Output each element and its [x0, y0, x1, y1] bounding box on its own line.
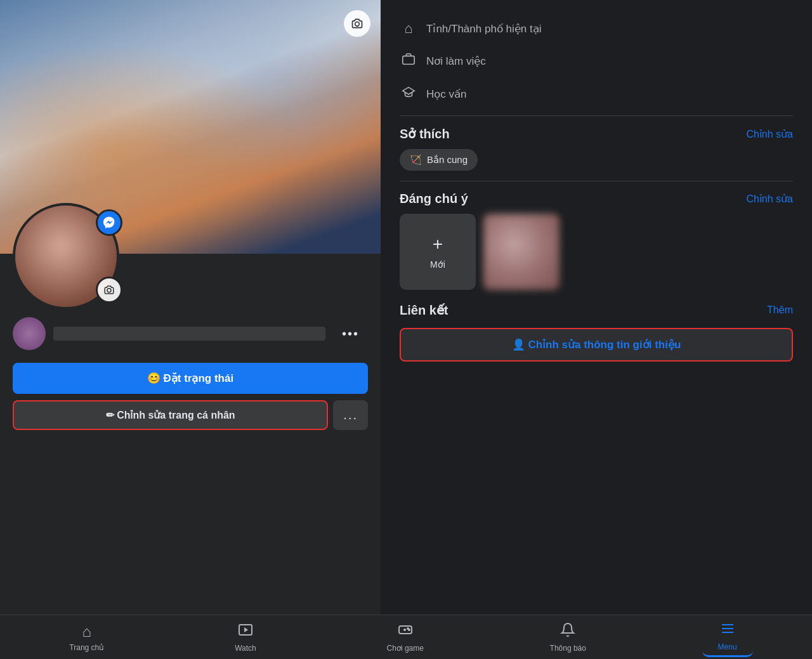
notable-grid: + Mới — [400, 214, 793, 290]
notable-title: Đáng chú ý — [400, 192, 468, 206]
nav-item-game[interactable]: Chơi game — [377, 618, 434, 656]
nav-item-home[interactable]: ⌂ Trang chủ — [59, 619, 114, 656]
notable-edit-button[interactable]: Chỉnh sửa — [746, 193, 793, 205]
svg-point-9 — [409, 629, 410, 630]
notable-photo-card — [483, 214, 560, 290]
link-add-button[interactable]: Thêm — [767, 304, 793, 316]
divider-1 — [400, 115, 793, 116]
hobbies-edit-button[interactable]: Chỉnh sửa — [746, 128, 793, 140]
education-item: Học vấn — [400, 77, 793, 110]
edit-row: ✏ Chỉnh sửa trang cá nhân ... — [13, 400, 368, 430]
right-panel: ⌂ Tỉnh/Thành phố hiện tại Nơi làm việc H… — [381, 0, 812, 615]
graduation-icon — [400, 85, 417, 103]
more-button[interactable]: ... — [333, 400, 368, 430]
archery-icon: 🏹 — [410, 154, 422, 166]
svg-rect-2 — [403, 56, 414, 64]
avatar-section — [0, 203, 381, 310]
notifications-nav-icon — [560, 622, 575, 641]
notable-section-header: Đáng chú ý Chỉnh sửa — [400, 192, 793, 206]
briefcase-icon — [400, 52, 417, 70]
divider-2 — [400, 181, 793, 181]
location-item: ⌂ Tỉnh/Thành phố hiện tại — [400, 13, 793, 44]
set-status-button[interactable]: 😊 Đặt trạng thái — [13, 363, 368, 394]
messenger-icon — [102, 216, 116, 230]
education-label: Học vấn — [426, 88, 466, 101]
game-nav-label: Chơi game — [387, 644, 424, 653]
camera-icon — [351, 17, 363, 30]
left-panel: ••• 😊 Đặt trạng thái ✏ Chỉnh sửa trang c… — [0, 0, 381, 615]
avatar-wrapper — [13, 203, 119, 310]
user-avatar-small — [13, 317, 46, 350]
menu-nav-icon — [720, 621, 735, 640]
menu-nav-label: Menu — [718, 643, 737, 651]
notable-add-label: Mới — [430, 259, 445, 270]
messenger-icon-button[interactable] — [96, 209, 122, 236]
bottom-nav: ⌂ Trang chủ Watch Chơi game — [0, 615, 812, 659]
link-title: Liên kết — [400, 303, 448, 318]
plus-icon: + — [433, 234, 443, 254]
hobbies-section-header: Sở thích Chỉnh sửa — [400, 126, 793, 141]
svg-point-1 — [107, 289, 111, 292]
notable-add-card[interactable]: + Mới — [400, 214, 476, 290]
nav-item-notifications[interactable]: Thông báo — [540, 618, 596, 656]
location-label: Tỉnh/Thành phố hiện tại — [426, 22, 541, 36]
action-buttons: 😊 Đặt trạng thái ✏ Chỉnh sửa trang cá nh… — [0, 358, 381, 440]
edit-profile-button[interactable]: ✏ Chỉnh sửa trang cá nhân — [13, 400, 328, 430]
main-content: ••• 😊 Đặt trạng thái ✏ Chỉnh sửa trang c… — [0, 0, 812, 615]
home-nav-icon: ⌂ — [82, 623, 92, 641]
svg-marker-4 — [244, 627, 248, 632]
hobbies-list: 🏹 Bắn cung — [400, 149, 793, 171]
hobbies-title: Sở thích — [400, 126, 450, 141]
camera-icon — [103, 284, 115, 296]
link-section-header: Liên kết Thêm — [400, 303, 793, 318]
watch-nav-icon — [238, 622, 253, 641]
work-label: Nơi làm việc — [426, 55, 486, 68]
watch-nav-label: Watch — [235, 644, 256, 653]
archery-label: Bắn cung — [427, 154, 468, 166]
svg-point-0 — [355, 22, 360, 27]
home-icon: ⌂ — [400, 20, 417, 37]
user-info-row: ••• — [0, 310, 381, 358]
avatar-camera-button[interactable] — [96, 277, 122, 303]
edit-intro-button[interactable]: 👤 Chỉnh sửa thông tin giới thiệu — [400, 328, 793, 362]
cover-camera-button[interactable] — [344, 10, 370, 37]
game-nav-icon — [398, 622, 413, 641]
nav-item-menu[interactable]: Menu — [702, 617, 753, 657]
nav-item-watch[interactable]: Watch — [220, 618, 271, 656]
home-nav-label: Trang chủ — [69, 643, 104, 652]
hobby-badge-archery: 🏹 Bắn cung — [400, 149, 478, 171]
notifications-nav-label: Thông báo — [550, 644, 586, 653]
more-options-button[interactable]: ••• — [333, 322, 368, 346]
user-name-blurred — [53, 327, 325, 341]
work-item: Nơi làm việc — [400, 44, 793, 77]
